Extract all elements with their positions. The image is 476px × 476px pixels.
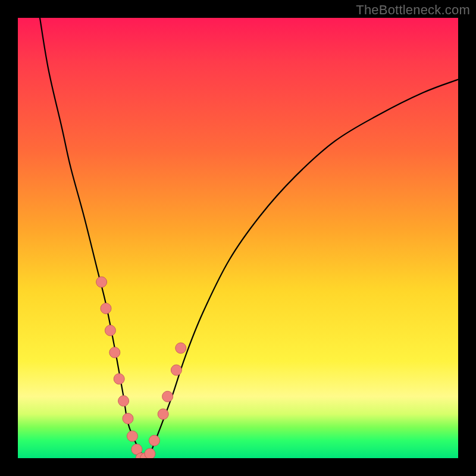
sample-dot [162, 391, 173, 402]
sample-dot [101, 303, 111, 314]
sample-dot [105, 325, 115, 336]
sample-dot [149, 435, 159, 446]
sample-dot [114, 374, 124, 384]
sample-dot [145, 449, 155, 458]
sample-dots-group [96, 277, 186, 458]
sample-dot [118, 396, 129, 406]
sample-dot [176, 343, 186, 353]
watermark-text: TheBottleneck.com [356, 2, 470, 18]
plot-area [18, 18, 458, 458]
sample-dot [109, 347, 120, 358]
sample-dot [127, 431, 137, 441]
bottleneck-curve [40, 18, 458, 458]
sample-dot [96, 277, 107, 287]
chart-svg [18, 18, 458, 458]
sample-dot [123, 413, 133, 424]
sample-dot [171, 365, 181, 375]
sample-dot [158, 409, 168, 419]
chart-frame: TheBottleneck.com [0, 0, 476, 476]
